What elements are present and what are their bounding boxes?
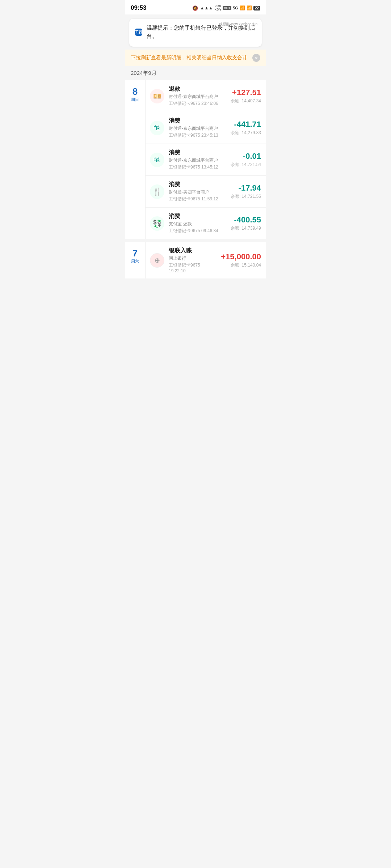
tx-merchant: 网上银行 (169, 255, 216, 261)
tx-detail: 工银借记卡9675 23:46:06 (169, 101, 226, 107)
tx-amount: -17.94 (231, 183, 261, 193)
bell-mute-icon: 🔕 (192, 5, 198, 11)
tx-info: 退款 财付通-京东商城平台商户 工银借记卡9675 23:46:06 (169, 85, 226, 107)
tx-title: 退款 (169, 85, 226, 93)
transaction-item[interactable]: 🛍 消费 财付通-京东商城平台商户 工银借记卡9675 23:45:13 -44… (146, 112, 266, 144)
tx-merchant: 支付宝-还款 (169, 221, 226, 227)
transactions-col-8: 💴 退款 财付通-京东商城平台商户 工银借记卡9675 23:46:06 +12… (145, 80, 266, 239)
transactions-col-7: ⊕ 银联入账 网上银行 工银借记卡9675 19:22:10 +15,000.0… (145, 242, 266, 278)
tx-balance: 余额: 14,721.54 (231, 162, 261, 168)
status-icons: 🔕 ▲▲▲ 9.80KB/s HD1 5G 📶 📶 22 (192, 4, 260, 12)
tx-detail: 工银借记卡9675 19:22:10 (169, 262, 216, 273)
tx-amount-col: -17.94 余额: 14,721.55 (231, 183, 261, 200)
date-number: 8 (133, 87, 138, 96)
tx-amount: -400.55 (231, 215, 261, 225)
tx-icon-food: 🍴 (150, 184, 164, 199)
tx-icon-shop: 🛍 (150, 121, 164, 135)
tx-amount-col: +127.51 余额: 14,407.34 (231, 88, 261, 104)
tx-icon-alipay: 💱 (150, 216, 164, 231)
tx-info: 银联入账 网上银行 工银借记卡9675 19:22:10 (169, 247, 216, 273)
tx-icon-refund: 💴 (150, 89, 164, 103)
tx-detail: 工银借记卡9675 23:45:13 (169, 132, 226, 139)
tx-amount: +15,000.00 (221, 252, 261, 261)
tx-icon-shop2: 🛍 (150, 153, 164, 167)
tx-merchant: 财付通-京东商城平台商户 (169, 157, 226, 163)
speed-label: 9.80KB/s (214, 4, 221, 12)
tx-merchant: 财付通-京东商城平台商户 (169, 94, 226, 100)
battery-indicator: 22 (253, 6, 260, 10)
tx-balance: 余额: 14,721.55 (231, 193, 261, 200)
notification-card: 线报酷-new.xianbao.fun 工行 温馨提示：您的手机银行已登录，并切… (129, 19, 262, 47)
transaction-item[interactable]: 💴 退款 财付通-京东商城平台商户 工银借记卡9675 23:46:06 +12… (146, 80, 266, 112)
tx-detail: 工银借记卡9675 09:46:34 (169, 228, 226, 234)
date-weekday: 周日 (131, 97, 139, 102)
transaction-item[interactable]: 💱 消费 支付宝-还款 工银借记卡9675 09:46:34 -400.55 余… (146, 208, 266, 239)
tx-merchant: 财付通-美团平台商户 (169, 189, 226, 195)
notification-source: 线报酷-new.xianbao.fun (219, 22, 257, 27)
section-gap (125, 239, 266, 242)
tx-info: 消费 财付通-京东商城平台商户 工银借记卡9675 23:45:13 (169, 117, 226, 139)
tx-title: 银联入账 (169, 247, 216, 255)
transaction-item[interactable]: 🍴 消费 财付通-美团平台商户 工银借记卡9675 11:59:12 -17.9… (146, 176, 266, 208)
transaction-group-day7: 7 周六 ⊕ 银联入账 网上银行 工银借记卡9675 19:22:10 +15,… (125, 242, 266, 278)
tx-merchant: 财付通-京东商城平台商户 (169, 125, 226, 132)
status-time: 09:53 (131, 4, 146, 12)
date-col-7: 7 周六 (125, 242, 145, 278)
tx-info: 消费 财付通-美团平台商户 工银借记卡9675 11:59:12 (169, 181, 226, 202)
date-weekday: 周六 (131, 259, 139, 264)
tx-title: 消费 (169, 213, 226, 220)
network-icon: ▲▲▲ (200, 5, 213, 10)
date-number: 7 (133, 248, 138, 258)
signal-bars: 📶 (240, 5, 245, 10)
status-bar: 09:53 🔕 ▲▲▲ 9.80KB/s HD1 5G 📶 📶 22 (125, 0, 266, 14)
tx-amount: +127.51 (231, 88, 261, 97)
tx-amount: -0.01 (231, 152, 261, 161)
5g-label: 5G (233, 6, 238, 10)
transaction-item[interactable]: ⊕ 银联入账 网上银行 工银借记卡9675 19:22:10 +15,000.0… (146, 242, 266, 278)
date-col-8: 8 周日 (125, 80, 145, 239)
refresh-banner-text: 下拉刷新查看最新明细，相关明细当日纳入收支合计 (131, 55, 252, 61)
tx-info: 消费 财付通-京东商城平台商户 工银借记卡9675 13:45:12 (169, 149, 226, 170)
close-banner-button[interactable]: × (252, 54, 260, 62)
transaction-group-day8: 8 周日 💴 退款 财付通-京东商城平台商户 工银借记卡9675 23:46:0… (125, 80, 266, 239)
tx-amount-col: -400.55 余额: 14,739.49 (231, 215, 261, 231)
tx-balance: 余额: 14,739.49 (231, 225, 261, 231)
tx-amount: -441.71 (231, 120, 261, 129)
tx-amount-col: +15,000.00 余额: 15,140.04 (221, 252, 261, 268)
signal-bars-2: 📶 (247, 5, 252, 10)
tx-balance: 余额: 14,279.83 (231, 130, 261, 136)
app-icon: 工行 (135, 29, 142, 36)
tx-detail: 工银借记卡9675 11:59:12 (169, 196, 226, 202)
tx-title: 消费 (169, 181, 226, 188)
tx-detail: 工银借记卡9675 13:45:12 (169, 164, 226, 170)
refresh-banner: 下拉刷新查看最新明细，相关明细当日纳入收支合计 × (125, 50, 266, 66)
tx-icon-unionpay: ⊕ (150, 253, 164, 268)
tx-balance: 余额: 14,407.34 (231, 98, 261, 104)
month-header: 2024年9月 (125, 66, 266, 80)
tx-info: 消费 支付宝-还款 工银借记卡9675 09:46:34 (169, 213, 226, 234)
tx-amount-col: -0.01 余额: 14,721.54 (231, 152, 261, 168)
tx-balance: 余额: 15,140.04 (221, 262, 261, 268)
tx-amount-col: -441.71 余额: 14,279.83 (231, 120, 261, 136)
tx-title: 消费 (169, 149, 226, 157)
hd-badge: HD1 (223, 6, 231, 10)
transaction-item[interactable]: 🛍 消费 财付通-京东商城平台商户 工银借记卡9675 13:45:12 -0.… (146, 144, 266, 176)
tx-title: 消费 (169, 117, 226, 125)
